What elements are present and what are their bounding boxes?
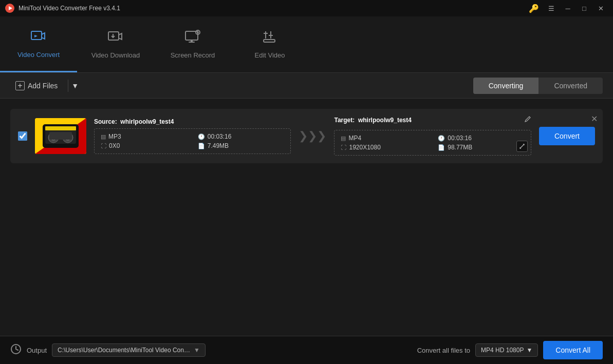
video-convert-icon [30, 29, 47, 47]
resolution-icon: ⛶ [101, 143, 106, 149]
main-content: Source: whirlpoolw9_test4 ▤ MP3 🕐 00:03:… [0, 99, 613, 336]
titlebar: MiniTool Video Converter Free v3.4.1 🔑 ☰… [0, 0, 613, 16]
target-duration: 00:03:16 [448, 135, 472, 142]
edit-video-icon [262, 29, 278, 47]
format-value: MP4 HD 1080P [481, 347, 524, 354]
source-size: 7.49MB [208, 142, 229, 149]
close-button[interactable]: ✕ [593, 3, 608, 13]
output-label: Output [27, 347, 47, 354]
target-format-icon: ▤ [341, 135, 346, 142]
maximize-button[interactable]: □ [577, 3, 591, 13]
add-files-label: Add Files [28, 82, 58, 90]
svg-rect-5 [191, 40, 193, 42]
svg-rect-9 [264, 40, 275, 42]
source-resolution-row: ⛶ 0X0 [101, 142, 188, 149]
target-duration-row: 🕐 00:03:16 [438, 135, 525, 142]
svg-rect-18 [49, 132, 72, 140]
target-resolution-icon: ⛶ [341, 144, 346, 150]
target-size-row: 📄 98.77MB [438, 144, 525, 151]
convert-arrows: ❯❯❯ [299, 129, 326, 143]
add-files-button[interactable]: + Add Files [10, 78, 63, 93]
convert-all-button[interactable]: Convert All [543, 341, 603, 359]
resize-target-button[interactable] [516, 141, 528, 152]
app-title: MiniTool Video Converter Free v3.4.1 [18, 5, 529, 12]
thumbnail-image [35, 118, 86, 154]
toolbar: + Add Files ▼ Converting Converted [0, 73, 613, 99]
close-card-button[interactable]: ✕ [591, 114, 598, 124]
tab-converting[interactable]: Converting [473, 78, 539, 94]
svg-rect-6 [189, 42, 195, 43]
menu-button[interactable]: ☰ [544, 3, 559, 13]
tab-group: Converting Converted [473, 78, 603, 94]
nav-edit-video[interactable]: Edit Video [231, 16, 308, 72]
source-label-text: Source: [94, 118, 117, 125]
add-files-dropdown[interactable]: ▼ [68, 80, 82, 92]
convert-button[interactable]: Convert [539, 127, 595, 145]
source-label: Source: whirlpoolw9_test4 [94, 118, 291, 125]
app-logo [5, 4, 14, 13]
nav-screen-record-label: Screen Record [171, 51, 215, 59]
source-format-row: ▤ MP3 [101, 133, 188, 140]
source-format: MP3 [108, 133, 121, 140]
file-thumbnail [35, 118, 86, 154]
target-info: Target: whirlpoolw9_test4 ▤ MP4 🕐 00:03:… [334, 117, 531, 156]
nav-video-download-label: Video Download [91, 51, 140, 59]
target-resolution: 1920X1080 [349, 144, 380, 151]
target-format: MP4 [348, 135, 361, 142]
target-header: Target: whirlpoolw9_test4 [334, 117, 531, 127]
file-checkbox[interactable] [18, 131, 27, 141]
edit-target-button[interactable] [524, 116, 531, 124]
source-details-box: ▤ MP3 🕐 00:03:16 ⛶ 0X0 📄 7.49MB [94, 128, 291, 154]
clock-icon [10, 343, 22, 357]
target-filename: whirlpoolw9_test4 [358, 117, 412, 124]
target-size: 98.77MB [448, 144, 472, 151]
source-duration: 00:03:16 [208, 133, 232, 140]
svg-rect-2 [31, 31, 42, 40]
target-format-row: ▤ MP4 [341, 135, 428, 142]
svg-point-8 [197, 31, 199, 33]
nav-video-convert[interactable]: Video Convert [0, 16, 77, 72]
nav-video-convert-label: Video Convert [17, 51, 60, 59]
source-size-row: 📄 7.49MB [198, 142, 285, 149]
convert-all-label: Convert all files to [417, 347, 470, 354]
video-download-icon [107, 29, 124, 47]
nav-video-download[interactable]: Video Download [77, 16, 154, 72]
target-details-box: ▤ MP4 🕐 00:03:16 ⛶ 1920X1080 📄 98.77MB [334, 130, 531, 156]
navbar: Video Convert Video Download Screen Reco… [0, 16, 613, 73]
target-clock-icon: 🕐 [438, 135, 445, 142]
window-controls: ☰ ─ □ ✕ [544, 3, 608, 13]
format-selector[interactable]: MP4 HD 1080P ▼ [475, 343, 538, 357]
output-chevron-icon: ▼ [194, 347, 200, 354]
format-icon: ▤ [101, 133, 106, 140]
output-path-text: C:\Users\User\Documents\MiniTool Video C… [58, 347, 191, 354]
footer: Output C:\Users\User\Documents\MiniTool … [0, 336, 613, 364]
add-files-plus-icon: + [15, 81, 25, 90]
clock-icon: 🕐 [198, 133, 205, 140]
key-icon[interactable]: 🔑 [529, 4, 539, 13]
target-label-text: Target: [334, 117, 355, 124]
file-card: Source: whirlpoolw9_test4 ▤ MP3 🕐 00:03:… [10, 109, 603, 163]
svg-line-20 [520, 144, 524, 148]
source-filename: whirlpoolw9_test4 [120, 118, 174, 125]
screen-record-icon [184, 29, 201, 47]
format-chevron-icon: ▼ [526, 347, 532, 354]
source-duration-row: 🕐 00:03:16 [198, 133, 285, 140]
tab-converted[interactable]: Converted [538, 78, 603, 94]
output-path-selector[interactable]: C:\Users\User\Documents\MiniTool Video C… [52, 343, 206, 357]
source-resolution: 0X0 [109, 142, 120, 149]
target-resolution-row: ⛶ 1920X1080 [341, 144, 428, 151]
filesize-icon: 📄 [198, 143, 205, 149]
svg-rect-19 [45, 126, 76, 130]
source-info: Source: whirlpoolw9_test4 ▤ MP3 🕐 00:03:… [94, 118, 291, 154]
nav-edit-video-label: Edit Video [254, 51, 285, 59]
target-label: Target: whirlpoolw9_test4 [334, 117, 411, 124]
minimize-button[interactable]: ─ [561, 3, 575, 13]
nav-screen-record[interactable]: Screen Record [154, 16, 231, 72]
target-filesize-icon: 📄 [438, 144, 445, 151]
